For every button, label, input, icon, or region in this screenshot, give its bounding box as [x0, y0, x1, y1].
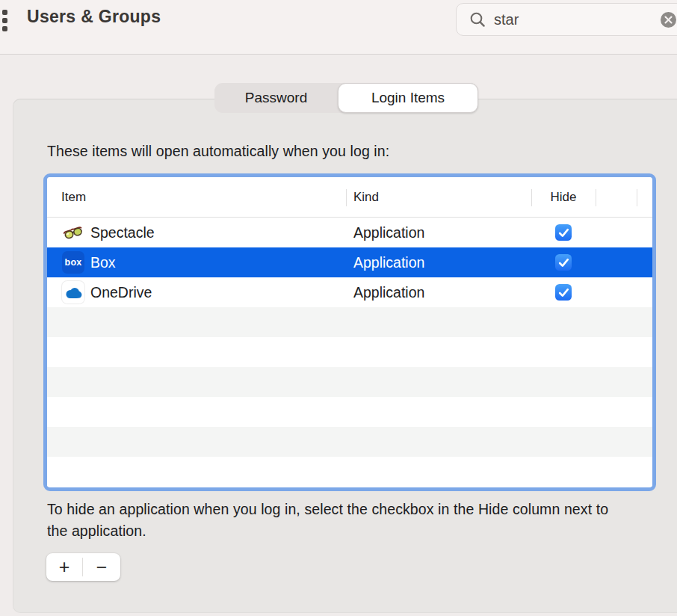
topbar: Users & Groups: [0, 0, 677, 55]
column-header-hide: Hide: [531, 190, 596, 205]
table-row-spectacle[interactable]: Spectacle Application: [47, 218, 652, 247]
search-icon: [469, 11, 486, 28]
remove-button[interactable]: −: [83, 553, 120, 581]
plus-icon: +: [59, 556, 70, 578]
checkmark-icon: [558, 288, 569, 298]
add-remove-group: + −: [46, 553, 120, 581]
hide-checkbox[interactable]: [555, 284, 572, 301]
onedrive-cloud-icon: [62, 281, 84, 304]
checkmark-icon: [558, 228, 569, 238]
empty-row[interactable]: [47, 457, 652, 487]
column-divider: [637, 189, 637, 206]
empty-row[interactable]: [47, 367, 652, 397]
page-title: Users & Groups: [27, 7, 161, 27]
hide-checkbox[interactable]: [555, 224, 572, 241]
intro-text: These items will open automatically when…: [47, 143, 389, 160]
column-header-item: Item: [47, 190, 346, 205]
app-name: Spectacle: [90, 224, 155, 241]
column-divider: [346, 189, 347, 206]
empty-row[interactable]: [47, 337, 652, 367]
empty-row[interactable]: [47, 397, 652, 427]
app-name: Box: [90, 254, 116, 271]
table-row-box[interactable]: box Box Application: [47, 247, 652, 277]
column-header-kind: Kind: [346, 190, 531, 205]
empty-row[interactable]: [47, 427, 652, 457]
tab-password[interactable]: Password: [214, 83, 338, 113]
table-row-onedrive[interactable]: OneDrive Application: [47, 277, 652, 307]
column-divider: [531, 189, 532, 206]
search-input[interactable]: [494, 11, 643, 28]
app-kind: Application: [346, 224, 531, 241]
table-header: Item Kind Hide: [47, 177, 652, 218]
segmented-control: Password Login Items: [214, 83, 478, 113]
column-divider: [596, 189, 596, 206]
add-button[interactable]: +: [46, 553, 82, 581]
clear-search-icon[interactable]: [661, 12, 676, 28]
minus-icon: −: [96, 556, 108, 578]
overflow-menu-icon[interactable]: [2, 10, 7, 31]
login-items-table: Item Kind Hide Spectacle: [43, 173, 656, 491]
box-app-icon: box: [62, 251, 84, 274]
app-kind: Application: [346, 254, 531, 271]
search-field[interactable]: [456, 3, 677, 36]
app-name: OneDrive: [90, 284, 152, 301]
hint-text: To hide an application when you log in, …: [47, 499, 613, 541]
tab-login-items[interactable]: Login Items: [338, 83, 478, 113]
checkmark-icon: [558, 258, 569, 268]
hide-checkbox[interactable]: [555, 254, 572, 271]
spectacle-glasses-icon: [62, 221, 84, 244]
app-kind: Application: [346, 284, 531, 301]
empty-row[interactable]: [47, 307, 652, 337]
